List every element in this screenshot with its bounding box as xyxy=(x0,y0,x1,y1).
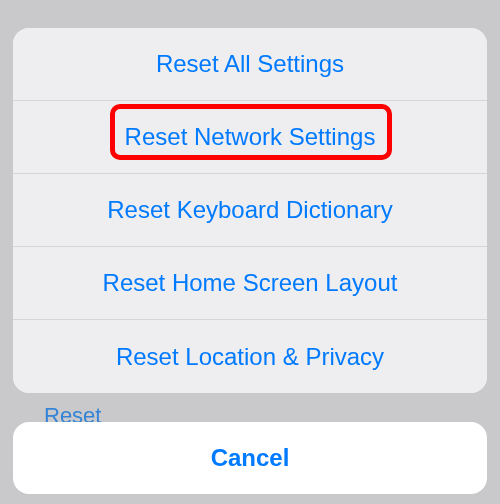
sheet-item-label: Reset All Settings xyxy=(156,50,344,78)
reset-network-settings-button[interactable]: Reset Network Settings xyxy=(13,101,487,174)
sheet-item-label: Reset Home Screen Layout xyxy=(103,269,398,297)
cancel-button[interactable]: Cancel xyxy=(13,422,487,494)
reset-keyboard-dictionary-button[interactable]: Reset Keyboard Dictionary xyxy=(13,174,487,247)
sheet-item-label: Reset Keyboard Dictionary xyxy=(107,196,392,224)
cancel-label: Cancel xyxy=(211,444,290,472)
reset-all-settings-button[interactable]: Reset All Settings xyxy=(13,28,487,101)
sheet-item-label: Reset Network Settings xyxy=(125,123,376,151)
action-sheet: Reset All Settings Reset Network Setting… xyxy=(13,28,487,393)
reset-location-privacy-button[interactable]: Reset Location & Privacy xyxy=(13,320,487,393)
reset-home-screen-layout-button[interactable]: Reset Home Screen Layout xyxy=(13,247,487,320)
sheet-item-label: Reset Location & Privacy xyxy=(116,343,384,371)
